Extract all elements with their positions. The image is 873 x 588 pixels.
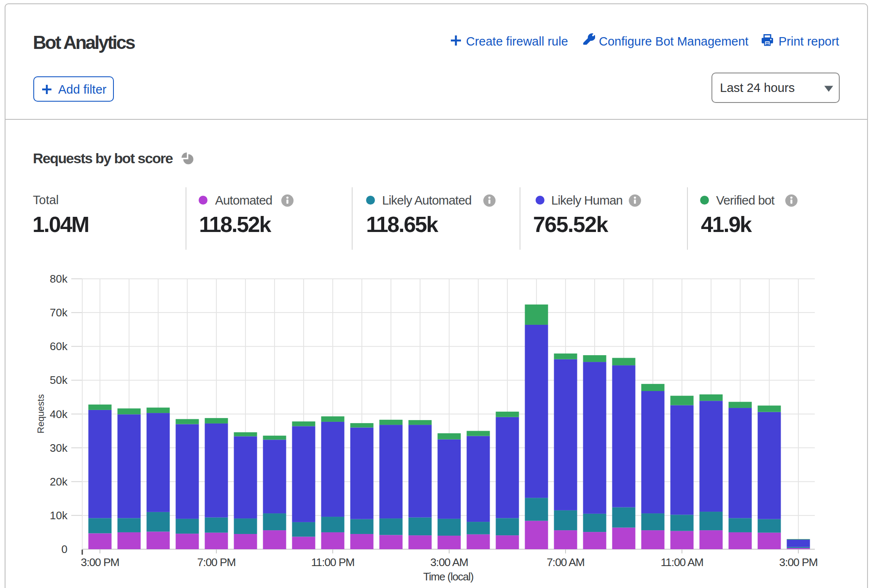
svg-text:11:00 PM: 11:00 PM — [311, 556, 355, 569]
svg-text:80k: 80k — [50, 272, 68, 285]
svg-text:11:00 AM: 11:00 AM — [660, 556, 703, 569]
svg-text:7:00 PM: 7:00 PM — [197, 556, 236, 569]
svg-text:60k: 60k — [50, 340, 68, 353]
svg-text:Requests: Requests — [35, 394, 46, 434]
svg-text:7:00 AM: 7:00 AM — [547, 556, 585, 569]
svg-text:Time (local): Time (local) — [423, 571, 473, 583]
svg-text:50k: 50k — [50, 374, 68, 386]
svg-text:3:00 PM: 3:00 PM — [779, 556, 818, 569]
svg-text:30k: 30k — [50, 442, 68, 454]
svg-text:20k: 20k — [50, 475, 68, 488]
svg-text:3:00 AM: 3:00 AM — [430, 556, 468, 569]
svg-text:0: 0 — [62, 543, 67, 556]
svg-text:70k: 70k — [50, 306, 68, 319]
svg-text:40k: 40k — [50, 408, 68, 421]
svg-text:3:00 PM: 3:00 PM — [81, 556, 119, 569]
svg-text:10k: 10k — [50, 509, 68, 522]
